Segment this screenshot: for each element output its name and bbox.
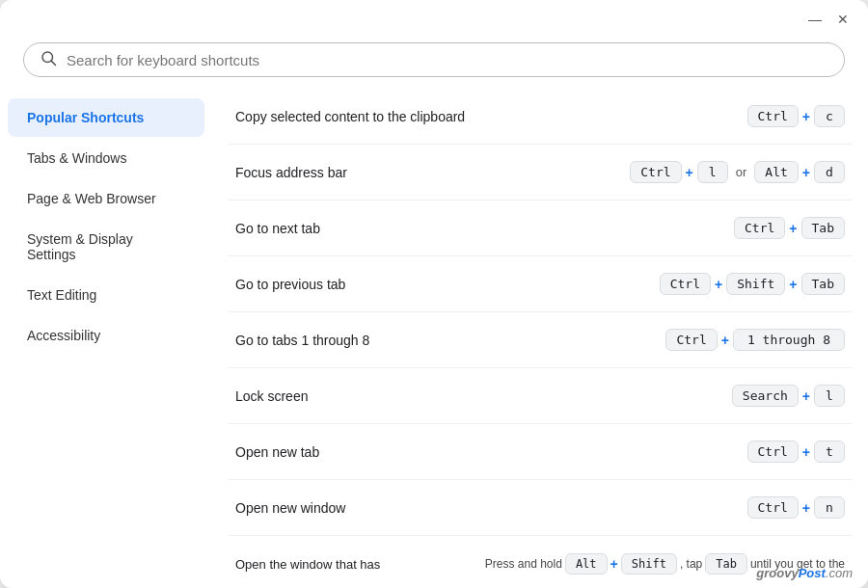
search-icon [40, 49, 57, 70]
shortcut-row-tabs-1-8: Go to tabs 1 through 8 Ctrl + 1 through … [228, 312, 853, 368]
key-search: Search [732, 385, 799, 407]
press-hold-text: Press and hold [485, 557, 562, 571]
sidebar-item-text[interactable]: Text Editing [8, 276, 204, 314]
shortcut-keys-copy: Ctrl + c [747, 105, 846, 127]
key-tab-2: Tab [801, 273, 845, 295]
search-bar-wrapper [0, 35, 868, 89]
shortcut-row-new-tab: Open new tab Ctrl + t [228, 424, 853, 480]
plus-icon-9: + [802, 444, 810, 460]
plus-icon: + [802, 109, 810, 124]
shortcut-keys-next-tab: Ctrl + Tab [734, 217, 845, 239]
key-ctrl-2: Ctrl [630, 161, 681, 183]
plus-icon-2: + [686, 165, 693, 180]
shortcut-keys-prev-tab: Ctrl + Shift + Tab [660, 273, 845, 295]
watermark-post: Post [799, 566, 826, 580]
shortcut-keys-focus: Ctrl + l or Alt + d [630, 161, 845, 183]
or-text: or [736, 165, 747, 179]
sidebar-item-popular[interactable]: Popular Shortcuts [8, 98, 204, 137]
sidebar-item-accessibility[interactable]: Accessibility [8, 316, 204, 355]
watermark: groovyPost.com [756, 566, 853, 580]
plus-icon-6: + [789, 277, 797, 292]
shortcut-row-next-tab: Go to next tab Ctrl + Tab [228, 200, 853, 256]
shortcut-desc-lock: Lock screen [235, 388, 732, 404]
shortcut-row-focus: Focus address bar Ctrl + l or Alt + d [228, 145, 853, 200]
minimize-button[interactable]: — [800, 8, 829, 31]
main-content: Popular Shortcuts Tabs & Windows Page & … [0, 89, 868, 588]
shortcut-row-prev-tab: Go to previous tab Ctrl + Shift + Tab [228, 256, 853, 312]
plus-icon-8: + [802, 388, 810, 404]
shortcut-desc-focus: Focus address bar [235, 165, 630, 180]
shortcut-row-lock: Lock screen Search + l [228, 368, 853, 424]
key-tab: Tab [801, 217, 845, 239]
key-ctrl-5: Ctrl [665, 329, 717, 351]
plus-icon-4: + [789, 221, 797, 236]
key-shift-2: Shift [621, 553, 677, 575]
shortcut-desc-new-tab: Open new tab [235, 444, 747, 460]
shortcut-desc-open-window: Open the window that has [235, 557, 485, 572]
key-ctrl: Ctrl [747, 105, 799, 127]
svg-line-1 [51, 61, 55, 65]
shortcut-row-copy: Copy selected content to the clipboard C… [228, 89, 853, 145]
search-input[interactable] [67, 52, 828, 68]
key-c: c [814, 105, 845, 127]
shortcut-desc-copy: Copy selected content to the clipboard [235, 109, 747, 124]
shortcuts-list: Copy selected content to the clipboard C… [212, 89, 868, 588]
key-d: d [814, 161, 845, 183]
shortcut-keys-tabs-1-8: Ctrl + 1 through 8 [665, 329, 845, 351]
sidebar-item-page[interactable]: Page & Web Browser [8, 179, 204, 218]
shortcut-row-new-window: Open new window Ctrl + n [228, 480, 853, 536]
plus-icon-10: + [802, 500, 810, 516]
keyboard-shortcuts-window: — ✕ Popular Shortcuts Tabs & Windows Pag… [0, 0, 868, 588]
shortcut-keys-lock: Search + l [732, 385, 845, 407]
shortcut-keys-new-window: Ctrl + n [747, 496, 846, 519]
key-shift: Shift [726, 273, 785, 295]
sidebar-item-system[interactable]: System & Display Settings [8, 220, 204, 274]
key-n: n [814, 496, 845, 519]
key-ctrl-4: Ctrl [660, 273, 711, 295]
watermark-com: .com [826, 566, 853, 580]
shortcut-desc-next-tab: Go to next tab [235, 221, 734, 236]
key-l: l [697, 161, 728, 183]
close-button[interactable]: ✕ [829, 8, 856, 31]
plus-icon-3: + [802, 165, 810, 180]
key-ctrl-6: Ctrl [747, 441, 799, 463]
shortcut-keys-new-tab: Ctrl + t [747, 441, 846, 463]
shortcut-desc-new-window: Open new window [235, 500, 747, 516]
sidebar-item-tabs[interactable]: Tabs & Windows [8, 139, 204, 177]
key-alt-2: Alt [565, 553, 608, 575]
key-ctrl-7: Ctrl [747, 496, 799, 519]
title-bar: — ✕ [0, 0, 868, 35]
key-tab-3: Tab [705, 553, 747, 575]
key-alt: Alt [754, 161, 798, 183]
key-1-8: 1 through 8 [733, 329, 845, 351]
shortcut-desc-prev-tab: Go to previous tab [235, 277, 660, 292]
sidebar: Popular Shortcuts Tabs & Windows Page & … [0, 89, 212, 588]
key-l-2: l [814, 385, 845, 407]
watermark-groovy: groovy [756, 566, 798, 580]
search-bar [23, 42, 845, 77]
plus-icon-7: + [721, 333, 729, 348]
plus-icon-5: + [715, 277, 722, 292]
comma-text: , tap [680, 557, 702, 571]
key-t: t [814, 441, 845, 463]
shortcut-desc-tabs-1-8: Go to tabs 1 through 8 [235, 333, 665, 348]
key-ctrl-3: Ctrl [734, 217, 785, 239]
plus-icon-11: + [610, 556, 618, 572]
